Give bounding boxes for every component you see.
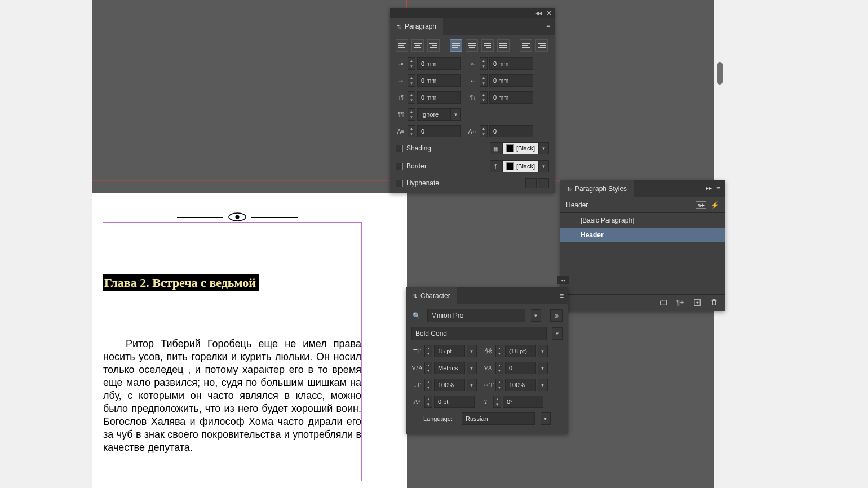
clear-overrides-icon[interactable]: ¶+ [676,299,685,308]
body-text[interactable]: Ритор Тиберий Горобець еще не имел права… [103,338,361,454]
shading-picker-icon[interactable]: ▦ [490,142,502,154]
stepper[interactable]: ▲▼ [424,345,432,357]
stepper[interactable]: ▲▼ [495,345,503,357]
align-center-button[interactable] [411,39,424,52]
chevron-down-icon[interactable]: ▼ [539,142,549,154]
pstyle-item-basic[interactable]: [Basic Paragraph] [560,213,725,228]
dropcap-lines-input[interactable] [417,125,461,137]
panel-menu-icon[interactable]: ≡ [716,185,720,193]
dropcap-chars-input[interactable] [489,125,533,137]
skew-input[interactable] [503,396,543,408]
chevron-down-icon[interactable]: ▼ [552,327,563,340]
paragraph-styles-tab[interactable]: ⇅ Paragraph Styles [560,180,634,197]
stepper[interactable]: ▲▼ [408,74,415,87]
stepper[interactable]: ▲▼ [424,396,432,408]
collapse-icon[interactable]: ◂◂ [557,276,569,284]
panel-title: Character [420,292,450,300]
collapse-icon[interactable]: ◂◂ [535,10,542,16]
align-right-button[interactable] [427,39,440,52]
align-toward-spine-button[interactable] [520,39,532,52]
panel-menu-icon[interactable]: ≡ [542,23,555,30]
shading-swatch[interactable]: [Black] [502,142,539,154]
font-family-input[interactable] [427,309,525,322]
expand-icon[interactable]: ▸▸ [706,185,712,193]
first-line-indent-input[interactable] [417,74,461,87]
chevron-down-icon[interactable]: ▼ [539,160,549,172]
stepper[interactable]: ▲▼ [408,57,415,70]
panel-menu-icon[interactable]: ≡ [555,292,568,300]
font-style-input[interactable] [411,327,547,340]
align-left-button[interactable] [396,39,408,52]
chevron-down-icon[interactable]: ▼ [538,379,548,391]
justify-full-button[interactable] [497,39,510,52]
hyphenate-checkbox[interactable] [396,180,403,187]
stepper[interactable]: ▲▼ [408,91,415,104]
stepper[interactable]: ▲▼ [408,125,415,137]
close-icon[interactable]: ✕ [546,10,552,16]
chevron-down-icon[interactable]: ▼ [467,345,477,357]
right-indent-input[interactable] [489,57,533,70]
chevron-down-icon[interactable]: ▼ [538,345,548,357]
left-indent-input[interactable] [417,57,461,70]
space-before-input[interactable] [417,91,461,104]
stepper[interactable]: ▲▼ [495,379,503,391]
stepper[interactable]: ▲▼ [480,57,488,70]
stepper[interactable]: ▲▼ [493,396,501,408]
eye-icon [228,212,247,222]
justify-center-button[interactable] [466,39,478,52]
cc-libraries-icon[interactable] [659,299,668,308]
panel-title: Paragraph Styles [575,185,627,193]
kerning-input[interactable] [434,362,465,374]
justify-left-button[interactable] [450,39,462,52]
vscale-icon: ↕T [411,379,423,391]
border-swatch[interactable]: [Black] [502,160,539,172]
language-select[interactable] [462,412,535,425]
stepper[interactable]: ▲▼ [480,74,488,87]
quick-apply-icon[interactable]: ⚡ [711,201,719,209]
chevron-down-icon[interactable]: ▼ [451,108,461,121]
pstyle-item-header[interactable]: Header [560,228,725,242]
align-away-spine-button[interactable] [535,39,548,52]
chapter-title-selected[interactable]: Глава 2. Встреча с ведьмой [103,274,259,291]
hscale-input[interactable] [505,379,536,391]
justify-right-button[interactable] [481,39,494,52]
search-icon[interactable]: 🔍 [411,309,422,322]
border-picker-icon[interactable]: ¶ [490,160,502,172]
stepper[interactable]: ▲▼ [480,125,488,137]
baseline-shift-input[interactable] [434,396,475,408]
space-after-input[interactable] [489,91,533,104]
font-size-input[interactable] [434,345,465,357]
text-frame[interactable]: Глава 2. Встреча с ведьмой Ритор Тиберий… [103,222,362,481]
stepper[interactable]: ▲▼ [408,108,415,121]
scrollbar-thumb[interactable] [717,62,723,85]
last-line-indent-input[interactable] [489,74,533,87]
stepper[interactable]: ▲▼ [424,362,432,374]
tracking-input[interactable] [505,362,536,374]
panel-titlebar[interactable]: ◂◂ ✕ [390,8,555,18]
leading-input[interactable] [505,345,536,357]
document-page[interactable]: Глава 2. Встреча с ведьмой Ритор Тиберий… [92,193,407,488]
stepper[interactable]: ▲▼ [480,91,488,104]
shading-checkbox[interactable] [396,145,403,152]
single-column-icon[interactable] [525,178,537,188]
dropcap-lines-icon: A≡ [396,126,406,136]
current-style-label: Header [566,201,588,209]
new-style-from-selection-icon[interactable]: a+ [696,201,706,209]
character-tab[interactable]: ⇅ Character [406,287,457,304]
chevron-down-icon[interactable]: ▼ [538,362,548,374]
stepper[interactable]: ▲▼ [424,379,432,391]
chevron-down-icon[interactable]: ▼ [467,362,477,374]
chevron-down-icon[interactable]: ▼ [541,412,551,425]
multi-column-icon[interactable] [538,178,549,188]
space-between-select[interactable] [417,108,451,121]
new-style-icon[interactable] [693,299,702,308]
chevron-down-icon[interactable]: ▼ [467,379,477,391]
trash-icon[interactable] [710,299,719,308]
chevron-down-icon[interactable]: ▼ [531,309,541,322]
stepper[interactable]: ▲▼ [495,362,503,374]
vscale-input[interactable] [434,379,465,391]
last-line-indent-icon: ⇠ [468,76,478,86]
find-similar-icon[interactable]: ⊕ [550,309,563,322]
paragraph-tab[interactable]: ⇅ Paragraph [390,18,443,35]
border-checkbox[interactable] [396,163,403,170]
